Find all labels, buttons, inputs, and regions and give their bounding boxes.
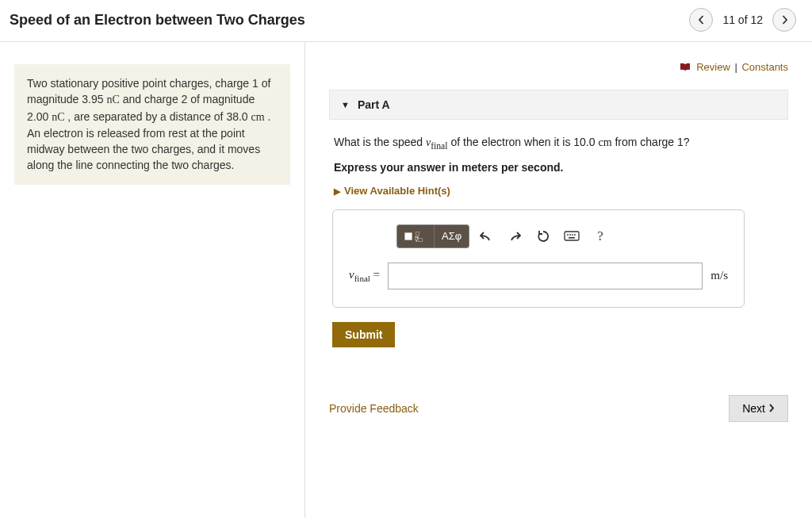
answer-instruction: Express your answer in meters per second… [334,161,788,174]
book-icon [680,62,691,74]
question-text: What is the speed vfinal of the electron… [334,136,788,151]
svg-point-4 [567,234,569,236]
part-a-label: Part A [358,98,390,111]
provide-feedback-link[interactable]: Provide Feedback [329,402,419,415]
answer-unit: m/s [710,269,728,282]
equation-toolbar: □√□ ΑΣφ ? [396,224,728,248]
redo-button[interactable] [503,225,527,247]
svg-text:√□: √□ [415,236,422,243]
part-a-header[interactable]: ▼ Part A [329,90,788,120]
help-button[interactable]: ? [588,225,612,247]
template-icon: □√□ [404,230,427,243]
redo-icon [508,231,521,242]
undo-icon [480,231,492,242]
top-links: Review | Constants [329,61,788,74]
answer-box: □√□ ΑΣφ ? vfinal = [332,209,745,308]
greek-tool-button[interactable]: ΑΣφ [435,225,469,247]
page-title: Speed of an Electron between Two Charges [10,12,305,29]
answer-variable: vfinal = [349,268,380,283]
triangle-right-icon: ▶ [334,186,340,196]
keyboard-icon [564,231,580,241]
svg-rect-8 [569,237,575,239]
answer-input[interactable] [388,263,703,289]
svg-point-5 [569,234,571,236]
next-page-button[interactable]: Next [729,395,788,422]
chevron-right-icon [781,15,788,25]
review-link[interactable]: Review [696,61,730,73]
prev-button[interactable] [689,8,713,32]
reset-button[interactable] [531,225,555,247]
submit-button[interactable]: Submit [332,322,395,347]
undo-button[interactable] [474,225,498,247]
keyboard-button[interactable] [560,225,584,247]
template-tool-button[interactable]: □√□ [397,225,435,247]
constants-link[interactable]: Constants [741,61,788,73]
chevron-right-icon [768,404,775,412]
view-hints-link[interactable]: ▶View Available Hint(s) [334,185,788,197]
svg-point-7 [574,234,576,236]
svg-rect-0 [405,233,412,240]
page-counter: 11 of 12 [722,13,763,26]
reset-icon [537,230,550,243]
caret-down-icon: ▼ [341,100,350,109]
svg-rect-3 [565,232,579,240]
svg-point-6 [572,234,573,236]
next-button[interactable] [772,8,796,32]
separator: | [734,61,737,73]
page-navigation: 11 of 12 [689,8,796,32]
chevron-left-icon [698,15,705,25]
problem-statement: Two stationary positive point charges, c… [14,64,290,185]
